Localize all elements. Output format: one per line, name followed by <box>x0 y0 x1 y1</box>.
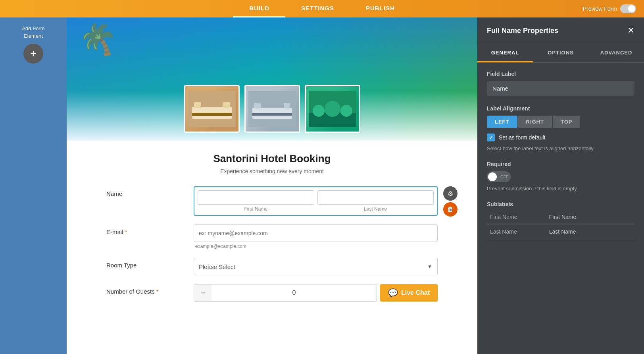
svg-rect-7 <box>254 103 261 108</box>
tab-advanced[interactable]: ADVANCED <box>588 44 644 62</box>
room-image-2 <box>246 86 299 132</box>
field-label-input[interactable] <box>487 81 634 96</box>
close-panel-button[interactable]: ✕ <box>627 25 634 36</box>
panel-body: Field Label Label Alignment LEFT RIGHT T… <box>477 63 644 354</box>
name-sublabels: First Name Last Name <box>198 206 434 212</box>
guests-input-wrap: − 0 💬 Live Chat <box>194 284 438 302</box>
nav-tab-build[interactable]: BUILD <box>233 0 285 17</box>
sublabel-row-lastname: Last Name Last Name <box>487 224 634 239</box>
sublabel-value-lastname[interactable]: Last Name <box>546 224 634 239</box>
name-field-row: Name First Name Last Name ⚙ <box>106 186 438 216</box>
svg-rect-2 <box>194 102 201 108</box>
live-chat-label: Live Chat <box>401 289 430 296</box>
first-name-sublabel: First Name <box>198 206 314 212</box>
label-alignment-heading: Label Alignment <box>487 105 634 112</box>
preview-form-toggle: Preview Form <box>583 4 636 13</box>
left-sidebar: Add Form Element + <box>0 17 67 354</box>
align-left-button[interactable]: LEFT <box>487 116 517 128</box>
nav-tab-publish[interactable]: PUBLISH <box>350 0 411 17</box>
email-hint: example@example.com <box>194 244 438 249</box>
required-section: Required Prevent submission if this fiel… <box>487 161 634 192</box>
last-name-sublabel: Last Name <box>317 206 434 212</box>
banner-image-3 <box>305 85 360 133</box>
required-toggle-row <box>487 171 634 182</box>
tab-general[interactable]: GENERAL <box>477 44 533 62</box>
label-alignment-section: Label Alignment LEFT RIGHT TOP Set as fo… <box>487 105 634 151</box>
form-body: Santorini Hotel Booking Experience somet… <box>67 141 477 322</box>
live-chat-button[interactable]: 💬 Live Chat <box>380 284 438 302</box>
guests-field-label: Number of Guests* <box>106 284 194 295</box>
svg-point-13 <box>325 101 340 117</box>
room-type-label: Room Type <box>106 258 194 269</box>
required-helper-text: Prevent submission if this field is empt… <box>487 186 634 192</box>
name-field-container[interactable]: First Name Last Name <box>194 186 438 216</box>
guests-field-row: Number of Guests* − 0 💬 Live Chat <box>106 284 438 302</box>
add-form-element-button[interactable]: Add Form Element + <box>22 25 44 64</box>
email-input[interactable] <box>194 224 438 242</box>
field-actions: ⚙ 🗑 <box>443 186 458 217</box>
sublabels-section: Sublabels First Name First Name Last Nam… <box>487 201 634 239</box>
chat-bubble-icon: 💬 <box>388 288 398 298</box>
room-type-input-wrap: Please Select <box>194 258 438 275</box>
set-default-row: Set as form default <box>487 133 634 141</box>
svg-rect-3 <box>223 102 230 108</box>
required-toggle[interactable] <box>487 171 511 182</box>
preview-toggle-switch[interactable] <box>620 4 636 13</box>
svg-rect-8 <box>284 103 290 108</box>
number-control: − 0 <box>194 284 377 302</box>
nav-tabs: BUILD SETTINGS PUBLISH <box>233 0 411 17</box>
gear-icon[interactable]: ⚙ <box>443 186 458 201</box>
field-label-section: Field Label <box>487 71 634 96</box>
add-form-line1: Add Form <box>22 25 44 31</box>
preview-form-label: Preview Form <box>583 6 617 12</box>
main-content: Add Form Element + 🌴 <box>0 17 644 354</box>
banner-images <box>184 85 360 133</box>
name-inputs <box>198 190 434 205</box>
set-default-label: Set as form default <box>499 134 546 141</box>
last-name-input[interactable] <box>317 190 434 205</box>
room-image-3 <box>306 86 359 132</box>
plus-icon[interactable]: + <box>23 44 43 64</box>
first-name-input[interactable] <box>198 190 314 205</box>
email-required-star: * <box>125 228 127 235</box>
tab-options[interactable]: OPTIONS <box>533 44 588 62</box>
required-heading: Required <box>487 161 634 167</box>
sublabel-key-firstname: First Name <box>487 210 546 224</box>
svg-point-12 <box>313 105 325 117</box>
name-field-label: Name <box>106 186 194 197</box>
panel-title: Full Name Properties <box>487 27 558 35</box>
field-label-heading: Field Label <box>487 71 634 77</box>
align-right-button[interactable]: RIGHT <box>518 116 552 128</box>
panel-header: Full Name Properties ✕ <box>477 17 644 44</box>
email-field-row: E-mail* example@example.com <box>106 224 438 249</box>
align-helper-text: Select how the label text is aligned hor… <box>487 145 634 151</box>
guests-value: 0 <box>211 289 377 296</box>
sublabels-table: First Name First Name Last Name Last Nam… <box>487 210 634 239</box>
svg-rect-9 <box>252 113 292 116</box>
banner-image-2 <box>244 85 300 133</box>
nav-tab-settings[interactable]: SETTINGS <box>285 0 350 17</box>
set-default-checkbox[interactable] <box>487 133 495 141</box>
align-buttons: LEFT RIGHT TOP <box>487 116 634 128</box>
room-type-select[interactable]: Please Select <box>194 258 438 275</box>
sublabel-value-firstname[interactable]: First Name <box>546 210 634 224</box>
hotel-banner: 🌴 <box>67 17 477 141</box>
svg-point-14 <box>340 105 352 117</box>
form-title: Santorini Hotel Booking <box>106 153 438 165</box>
top-navigation: BUILD SETTINGS PUBLISH Preview Form <box>0 0 644 17</box>
room-image-1 <box>185 86 238 132</box>
email-input-wrap: example@example.com <box>194 224 438 249</box>
form-subtitle: Experience something new every moment <box>106 168 438 174</box>
sublabel-key-lastname: Last Name <box>487 224 546 239</box>
decrement-button[interactable]: − <box>194 284 211 302</box>
right-panel: Full Name Properties ✕ GENERAL OPTIONS A… <box>477 17 644 354</box>
sublabel-row-firstname: First Name First Name <box>487 210 634 224</box>
banner-image-1 <box>184 85 240 133</box>
add-form-line2: Element <box>24 33 43 39</box>
trash-icon[interactable]: 🗑 <box>443 202 458 217</box>
guests-required-star: * <box>156 288 159 295</box>
form-preview-area: 🌴 <box>67 17 477 354</box>
email-field-label: E-mail* <box>106 224 194 235</box>
svg-rect-4 <box>192 113 232 116</box>
align-top-button[interactable]: TOP <box>553 116 581 128</box>
